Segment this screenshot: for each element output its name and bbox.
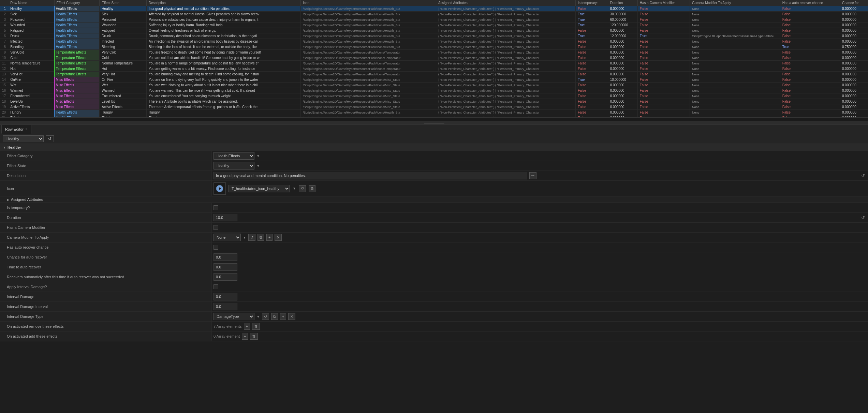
- field-interval-damage-interval: Interval Damage Interval: [0, 302, 868, 312]
- table-row[interactable]: 20 Hungry Health Effects Hungry Hungry /…: [0, 110, 868, 115]
- section-header-healthy[interactable]: ▼ Healthy: [0, 144, 868, 151]
- row-duration: 0.000000: [608, 104, 637, 110]
- description-reset-btn[interactable]: ↺: [860, 173, 866, 178]
- interval-damage-type-select[interactable]: DamageType: [214, 313, 254, 320]
- table-row[interactable]: 16 Warmed Misc Effects Warmed You are wa…: [0, 88, 868, 93]
- damage-type-copy-btn[interactable]: ⧉: [271, 313, 278, 320]
- table-row[interactable]: 11 NormalTemperature Temperature Effects…: [0, 61, 868, 66]
- table-row[interactable]: 3 Poisoned Health Effects Poisoned Poiso…: [0, 17, 868, 23]
- description-input[interactable]: [214, 172, 527, 179]
- col-header-assigned[interactable]: Assigned Attributes: [436, 0, 576, 6]
- row-category: Health Effects: [54, 17, 100, 23]
- apply-interval-checkbox[interactable]: [214, 284, 218, 289]
- cam-mod-add-btn[interactable]: +: [266, 234, 273, 241]
- col-header-hascam[interactable]: Has a Camera Modifier: [637, 0, 690, 6]
- row-chance: 0.000000: [840, 99, 868, 104]
- col-header-duration[interactable]: Duration: [608, 0, 637, 6]
- on-activated-remove-add-btn[interactable]: +: [244, 323, 250, 330]
- interval-damage-interval-label: Interval Damage Interval: [0, 302, 211, 311]
- cam-mod-copy-btn[interactable]: ⧉: [258, 234, 264, 241]
- camera-modifier-select[interactable]: None: [214, 234, 241, 241]
- col-header-icon[interactable]: Icon: [301, 0, 436, 6]
- col-header-name[interactable]: Row Name: [8, 0, 54, 6]
- table-row[interactable]: 21 Thirsty Health Effects Thirsty Thirst…: [0, 115, 868, 117]
- cam-mod-reset-btn[interactable]: ↺: [248, 234, 255, 241]
- icon-reset-btn[interactable]: ↺: [299, 185, 306, 192]
- on-activated-add-count: 0 Array element: [214, 334, 240, 338]
- icon-copy-btn[interactable]: ⧉: [309, 185, 315, 192]
- on-activated-remove-del-btn[interactable]: 🗑: [252, 323, 260, 330]
- row-duration: 0.000000: [608, 6, 637, 12]
- damage-type-add-btn[interactable]: +: [280, 313, 286, 320]
- table-row[interactable]: 18 LevelUp Misc Effects Level Up There a…: [0, 99, 868, 104]
- table-row[interactable]: 4 Wounded Health Effects Wounded Sufferi…: [0, 23, 868, 28]
- assigned-attributes-section[interactable]: ▶ Assigned Attributes: [0, 196, 868, 203]
- recovers-auto-input[interactable]: [214, 273, 237, 281]
- row-category: Health Effects: [54, 33, 100, 39]
- row-istemp: False: [576, 39, 608, 44]
- col-header-category[interactable]: Effect Catagory: [54, 0, 100, 6]
- col-header-istemp[interactable]: Is temporary:: [576, 0, 608, 6]
- row-editor-tab[interactable]: Row Editor ×: [1, 125, 31, 134]
- row-icon: /Script/Engine.Texture2D/Game/Hyper/Reso…: [301, 23, 436, 28]
- duration-input[interactable]: [214, 214, 237, 221]
- interval-damage-input[interactable]: [214, 293, 237, 300]
- time-auto-recover-input[interactable]: [214, 263, 237, 271]
- row-istemp: False: [576, 104, 608, 110]
- undo-button[interactable]: ↺: [46, 135, 54, 142]
- auto-recover-checkbox[interactable]: [214, 245, 218, 250]
- table-row[interactable]: 14 OnFire Misc Effects On Fire You are o…: [0, 77, 868, 83]
- table-row[interactable]: 6 Drunk Health Effects Drunk Drunk, comm…: [0, 33, 868, 39]
- interval-damage-type-label: Interval Damage Type: [0, 312, 211, 321]
- icon-select[interactable]: T_healthstates_icon_healthy: [229, 185, 290, 192]
- col-header-desc[interactable]: Description: [146, 0, 300, 6]
- effect-state-select[interactable]: Healthy: [214, 162, 254, 169]
- is-temporary-checkbox[interactable]: [214, 205, 218, 210]
- col-header-chance[interactable]: Chance for: [840, 0, 868, 6]
- table-row[interactable]: 7 Infected Health Effects Infected An in…: [0, 39, 868, 44]
- on-activated-add-del-btn[interactable]: 🗑: [250, 333, 258, 340]
- row-icon: /Script/Engine.Texture2D/Game/Hyper/Reso…: [301, 17, 436, 23]
- row-chance: 0.000000: [840, 61, 868, 66]
- interval-damage-interval-input[interactable]: [214, 303, 237, 310]
- has-camera-modifier-checkbox[interactable]: [214, 225, 218, 230]
- table-wrapper[interactable]: Row Name Effect Catagory Effect State De…: [0, 0, 868, 117]
- chance-auto-recover-input[interactable]: [214, 253, 237, 261]
- col-header-autorecover[interactable]: Has a auto recover chance: [780, 0, 840, 6]
- damage-type-clear-btn[interactable]: ✕: [288, 313, 295, 320]
- row-state: Infected: [100, 39, 147, 44]
- row-hascam: False: [637, 23, 690, 28]
- on-activated-add-add-btn[interactable]: +: [242, 333, 248, 340]
- table-row[interactable]: 2 Sick Health Effects Sick Affected by p…: [0, 12, 868, 17]
- col-header-cammod[interactable]: Camera Modifier To Apply: [690, 0, 780, 6]
- row-autorecover: False: [780, 66, 840, 72]
- table-row[interactable]: 9 VeryCold Temperature Effects Very Cold…: [0, 50, 868, 55]
- resize-divider[interactable]: [0, 122, 868, 124]
- row-istemp: True: [576, 17, 608, 23]
- row-assigned: { "Non-Persistent_Character_Attributes" …: [436, 99, 576, 104]
- damage-type-reset-btn[interactable]: ↺: [262, 313, 269, 320]
- row-icon: /Script/Engine.Texture2D/Game/Hyper/Reso…: [301, 88, 436, 93]
- row-name: NormalTemperature: [8, 61, 54, 66]
- col-header-state[interactable]: Effect State: [100, 0, 147, 6]
- row-hascam: False: [637, 6, 690, 12]
- col-header-row[interactable]: [0, 0, 8, 6]
- table-row[interactable]: 13 VeryHot Temperature Effects Very Hot …: [0, 72, 868, 77]
- row-category: Temperature Effects: [54, 72, 100, 77]
- effect-category-select[interactable]: Health Effects Temperature Effects Misc …: [214, 152, 254, 160]
- row-selector[interactable]: Healthy: [3, 135, 44, 142]
- table-row[interactable]: 10 Cold Temperature Effects Cold You are…: [0, 55, 868, 61]
- table-row[interactable]: 12 Hot Temperature Effects Hot You are g…: [0, 66, 868, 72]
- duration-reset-btn[interactable]: ↺: [860, 215, 866, 220]
- table-row[interactable]: 17 Encumbered Misc Effects Encumbered Yo…: [0, 93, 868, 99]
- cam-mod-clear-btn[interactable]: ✕: [275, 234, 282, 241]
- row-name: Fatigued: [8, 28, 54, 33]
- close-tab-icon[interactable]: ×: [26, 127, 28, 131]
- table-row[interactable]: 19 ActiveEffects Misc Effects Active Eff…: [0, 104, 868, 110]
- table-row[interactable]: 8 Bleeding Health Effects Bleeding Bleed…: [0, 44, 868, 50]
- row-chance: 0.000000: [840, 33, 868, 39]
- table-row[interactable]: 1 Healthy Health Effects Healthy In a go…: [0, 6, 868, 12]
- description-edit-icon[interactable]: ✏: [529, 172, 536, 179]
- table-row[interactable]: 5 Fatigued Health Effects Fatigued Overa…: [0, 28, 868, 33]
- table-row[interactable]: 15 Wet Misc Effects Wet You are wet. Not…: [0, 83, 868, 88]
